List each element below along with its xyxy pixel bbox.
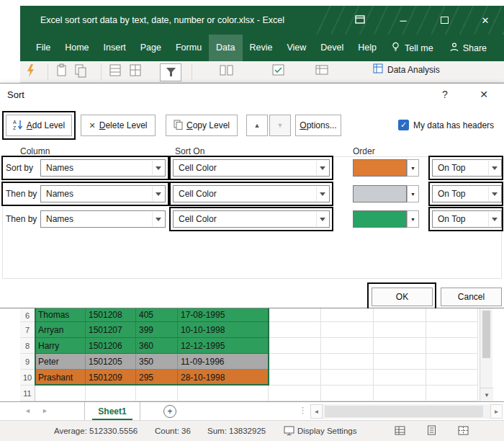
cell-value[interactable]: 405 — [136, 308, 178, 322]
level3-order-select[interactable]: On Top — [432, 210, 502, 228]
row-header[interactable]: 10 — [20, 370, 35, 386]
cell-empty[interactable] — [374, 370, 426, 386]
normal-view-button[interactable] — [391, 421, 408, 441]
cell-empty[interactable] — [374, 386, 426, 401]
level2-color-dropdown-button[interactable]: ▼ — [407, 185, 419, 202]
copy-level-button[interactable]: Copy Level — [166, 115, 238, 136]
cell-empty[interactable] — [321, 308, 374, 322]
cell-empty[interactable] — [321, 386, 374, 401]
close-button[interactable]: ✕ — [471, 6, 500, 35]
cell-empty[interactable] — [35, 386, 86, 401]
ribbon-display-options-button[interactable] — [346, 6, 374, 35]
cell-name[interactable]: Harry — [35, 338, 86, 354]
cell-empty[interactable] — [269, 308, 321, 322]
vertical-scrollbar[interactable]: ▼ — [480, 308, 492, 401]
sheet-nav-right-button[interactable]: ► — [42, 407, 48, 414]
cell-name[interactable]: Peter — [35, 354, 86, 370]
hscroll-left-button[interactable]: ◄ — [310, 404, 323, 419]
cell-empty[interactable] — [321, 338, 374, 354]
clipboard-icon[interactable] — [56, 63, 68, 78]
cell-date[interactable]: 11-09-1996 — [178, 354, 269, 370]
level3-column-select[interactable]: Names — [40, 210, 166, 228]
cell-empty[interactable] — [426, 386, 478, 401]
level3-color-dropdown-button[interactable]: ▼ — [407, 210, 419, 228]
sheet-nav-left-button[interactable]: ◄ — [24, 407, 31, 414]
tab-review[interactable]: Revie — [243, 35, 280, 61]
delete-level-button[interactable]: ✕ Delete Level — [81, 115, 156, 136]
cell-empty[interactable] — [374, 354, 426, 370]
cell-empty[interactable] — [321, 322, 374, 338]
text-to-columns-icon[interactable] — [220, 63, 234, 78]
flash-fill-icon[interactable] — [25, 63, 36, 78]
data-validation-icon[interactable] — [272, 63, 287, 78]
cell-empty[interactable] — [426, 338, 478, 354]
cell-value[interactable]: 295 — [136, 370, 178, 386]
new-sheet-button[interactable]: + — [163, 405, 176, 418]
cell-empty[interactable] — [426, 308, 478, 322]
level3-sorton-select[interactable]: Cell Color — [173, 210, 330, 228]
cell-id[interactable]: 1501207 — [86, 322, 136, 338]
sort-az-ribbon-icon[interactable] — [109, 63, 122, 78]
tab-formulas[interactable]: Formu — [168, 35, 209, 61]
outline-group-icon[interactable] — [315, 63, 330, 78]
my-data-has-headers-checkbox[interactable]: ✓ — [398, 120, 409, 130]
cell-date[interactable]: 17-08-1995 — [178, 308, 269, 322]
tab-insert[interactable]: Insert — [96, 35, 133, 61]
cell-empty[interactable] — [178, 386, 269, 401]
row-header[interactable]: 7 — [20, 322, 35, 338]
tab-data[interactable]: Data — [209, 35, 242, 61]
cell-id[interactable]: 1501206 — [86, 338, 136, 354]
cell-value[interactable]: 360 — [136, 338, 178, 354]
cell-id[interactable]: 1501205 — [86, 354, 136, 370]
cell-date[interactable]: 12-12-1995 — [178, 338, 269, 354]
page-layout-view-button[interactable] — [423, 421, 440, 441]
tab-home[interactable]: Home — [58, 35, 96, 61]
tab-file[interactable]: File — [29, 35, 58, 61]
scroll-down-button[interactable]: ▼ — [480, 388, 493, 401]
cell-value[interactable]: 399 — [136, 322, 178, 338]
cell-name[interactable]: Arryan — [35, 322, 86, 338]
horizontal-scrollbar[interactable] — [323, 404, 490, 419]
cell-empty[interactable] — [269, 338, 321, 354]
cell-empty[interactable] — [426, 354, 478, 370]
row-header[interactable]: 11 — [20, 386, 35, 401]
cell-id[interactable]: 1501208 — [86, 308, 136, 322]
vertical-scrollbar-thumb[interactable] — [482, 311, 490, 358]
horizontal-scrollbar-thumb[interactable] — [325, 406, 483, 417]
row-header[interactable]: 6 — [20, 308, 35, 322]
cell-name[interactable]: Thomas — [35, 308, 86, 322]
cell-empty[interactable] — [374, 308, 426, 322]
cell-empty[interactable] — [269, 386, 321, 401]
table-row[interactable]: 7 Arryan 1501207 399 10-10-1998 — [20, 322, 478, 338]
cell-empty[interactable] — [374, 322, 426, 338]
table-row[interactable]: 11 — [20, 386, 478, 401]
sheet-tab-sheet1[interactable]: Sheet1 — [84, 402, 140, 421]
cell-name[interactable]: Prashant — [35, 370, 86, 386]
cell-date[interactable]: 28-10-1998 — [178, 370, 269, 386]
cell-empty[interactable] — [86, 386, 136, 401]
level2-color-swatch[interactable] — [353, 185, 407, 202]
level1-color-dropdown-button[interactable]: ▼ — [407, 159, 419, 177]
dialog-help-button[interactable]: ? — [433, 84, 457, 105]
row-header[interactable]: 8 — [20, 338, 35, 354]
cell-empty[interactable] — [426, 322, 478, 338]
display-settings-label[interactable]: Display Settings — [297, 421, 356, 441]
cell-empty[interactable] — [269, 322, 321, 338]
options-button[interactable]: Options... — [295, 115, 341, 136]
row-header[interactable]: 9 — [20, 354, 35, 370]
tab-developer[interactable]: Devel — [313, 35, 351, 61]
paste-icon[interactable] — [75, 63, 86, 78]
tab-page-layout[interactable]: Page — [133, 35, 168, 61]
cell-date[interactable]: 10-10-1998 — [178, 322, 269, 338]
table-row[interactable]: 6 Thomas 1501208 405 17-08-1995 — [20, 308, 478, 322]
move-down-button[interactable]: ▼ — [269, 115, 291, 136]
cell-empty[interactable] — [269, 354, 321, 370]
level1-sorton-select[interactable]: Cell Color — [173, 159, 330, 177]
dialog-close-button[interactable]: ✕ — [467, 84, 500, 105]
tab-help[interactable]: Help — [351, 35, 384, 61]
table-ribbon-icon[interactable] — [130, 63, 143, 78]
cell-empty[interactable] — [426, 370, 478, 386]
level2-sorton-select[interactable]: Cell Color — [173, 185, 330, 202]
level2-order-select[interactable]: On Top — [432, 185, 502, 202]
add-level-button[interactable]: AZ Add Level — [6, 115, 72, 136]
